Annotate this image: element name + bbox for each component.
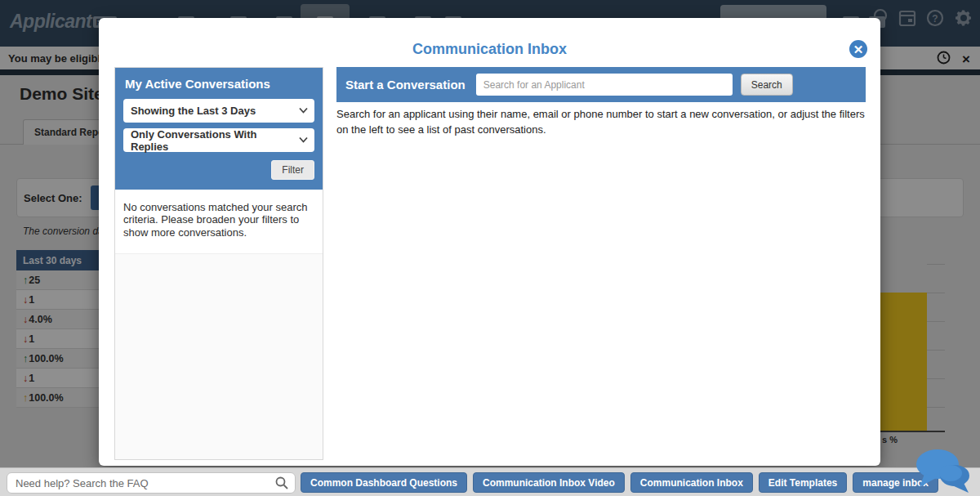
help-button-3[interactable]: Communication Inbox (630, 472, 753, 493)
help-bar: Common Dashboard QuestionsCommunication … (0, 467, 980, 496)
help-button-1[interactable]: Common Dashboard Questions (301, 472, 467, 493)
modal-close-button[interactable]: ✕ (849, 40, 867, 58)
applicant-search-input[interactable] (476, 74, 733, 96)
chevron-down-icon (299, 136, 308, 143)
help-button-4[interactable]: Edit Templates (759, 472, 847, 493)
start-conversation-instructions: Search for an applicant using their name… (336, 107, 867, 138)
start-conversation-title: Start a Conversation (345, 78, 466, 92)
active-conversations-title: My Active Conversations (125, 77, 314, 91)
modal-title: Communication Inbox (99, 41, 880, 58)
communication-inbox-modal: Communication Inbox ✕ My Active Conversa… (99, 18, 880, 466)
replies-filter-select[interactable]: Only Conversations With Replies (123, 128, 314, 152)
screen: ApplicantPRO ? You may be eligibl (0, 0, 980, 496)
filter-button[interactable]: Filter (271, 160, 314, 180)
help-button-2[interactable]: Communication Inbox Video (473, 472, 625, 493)
active-conversations-panel: My Active Conversations Showing the Last… (114, 67, 323, 460)
date-range-select[interactable]: Showing the Last 3 Days (123, 99, 314, 123)
chat-bubbles-icon[interactable] (913, 446, 972, 496)
active-conversations-header: My Active Conversations Showing the Last… (115, 68, 323, 190)
start-conversation-header: Start a Conversation Search (336, 67, 866, 102)
help-buttons-row: Common Dashboard QuestionsCommunication … (301, 472, 938, 493)
date-range-value: Showing the Last 3 Days (131, 105, 256, 117)
faq-search-input[interactable] (7, 472, 296, 494)
chevron-down-icon (299, 107, 308, 114)
applicant-search-button[interactable]: Search (741, 74, 793, 96)
empty-conversations-message: No conversations matched your search cri… (115, 190, 323, 254)
search-icon[interactable] (275, 476, 288, 493)
replies-filter-value: Only Conversations With Replies (131, 128, 293, 153)
